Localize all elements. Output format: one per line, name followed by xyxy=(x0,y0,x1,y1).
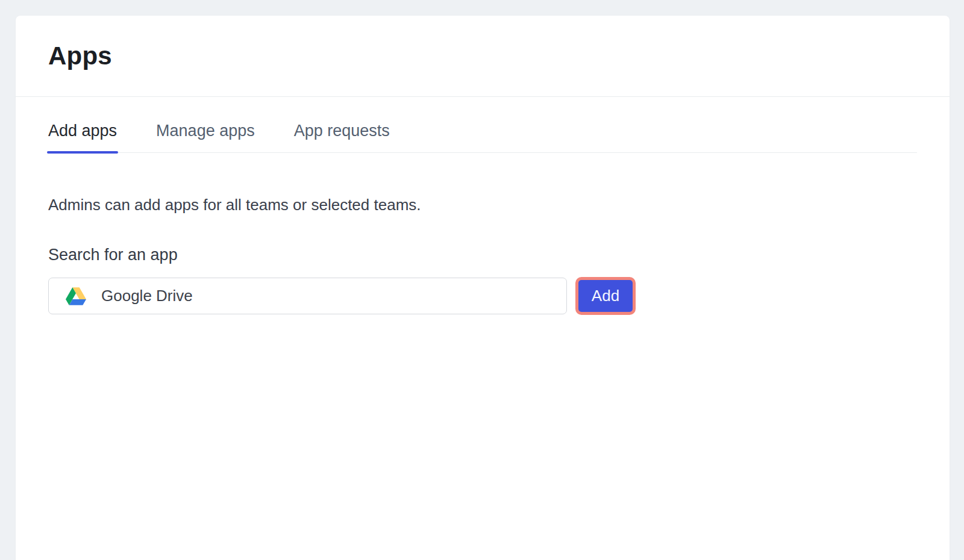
card-header: Apps xyxy=(16,16,950,97)
page-title: Apps xyxy=(48,42,917,70)
google-drive-icon xyxy=(66,287,86,305)
apps-settings-card: Apps Add apps Manage apps App requests A… xyxy=(16,16,950,560)
tab-app-requests[interactable]: App requests xyxy=(294,97,390,152)
app-search-input[interactable] xyxy=(101,287,554,305)
search-app-label: Search for an app xyxy=(48,243,917,266)
tab-add-apps[interactable]: Add apps xyxy=(48,97,117,152)
tab-manage-apps[interactable]: Manage apps xyxy=(156,97,255,152)
tab-bar: Add apps Manage apps App requests xyxy=(48,97,917,153)
add-app-button[interactable]: Add xyxy=(578,280,633,312)
admin-apps-description: Admins can add apps for all teams or sel… xyxy=(48,194,917,216)
search-row: Add xyxy=(48,278,917,314)
app-search-field xyxy=(48,278,567,314)
